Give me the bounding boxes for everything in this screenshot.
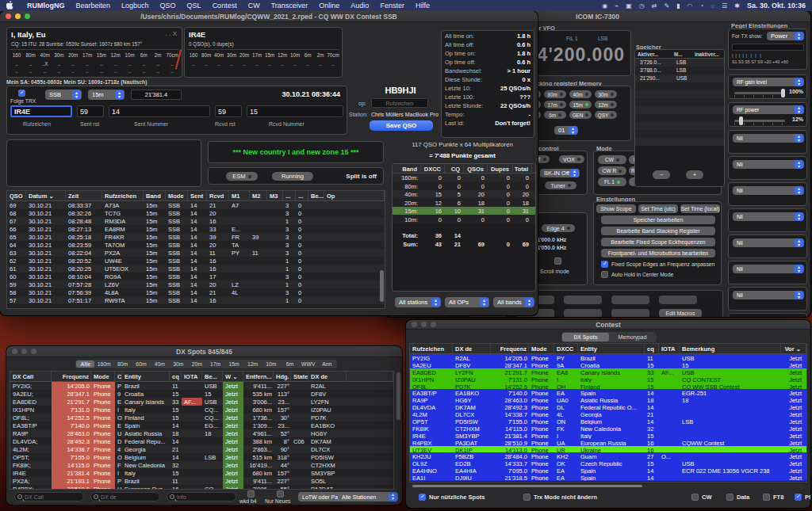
dx-tab-40m[interactable]: 40m [151,360,169,368]
qso-row[interactable]: 6630.10.2108:27:13EA8RM15mSSB1433E...30 [7,225,385,233]
contest-spot-row[interactable]: KH2JUF5BZB28'484.0PhoneKH2Guam27O...Jetz… [410,452,806,460]
qso-row[interactable]: 5830.10.2107:56:394L8A15mSSB14214L30 [7,288,385,296]
control-center-icon[interactable]: ☰ [722,2,727,10]
contest-spot-row[interactable]: EA4HNOEA4HIA7'095.0PhoneEASpain14ECR 022… [410,467,806,474]
checkbox-nur-n-tzliche-spots[interactable] [419,494,426,501]
link-icon[interactable]: ⌁ [615,2,619,10]
column-header[interactable]: Be... [202,372,223,381]
contest-tab-dx-spots[interactable]: DX Spots [562,333,609,341]
contest-spot-row[interactable]: EA8DEDLY2FN21'291.7PhoneEA8Canary Island… [410,368,806,376]
contest-spot-row[interactable]: FK8IKCT2HXM14'115.0PhoneFKNew Caledonia3… [410,425,806,432]
column-header[interactable]: Hdg. [274,372,291,381]
qso-row[interactable]: 6530.10.2108:25:18FR4KR15mSSB1439FR3930 [7,233,385,241]
clock-icon[interactable]: ◷ [639,2,645,10]
band-button-gen[interactable]: GEN [569,111,592,119]
network-off-icon[interactable]: ⇄ [652,2,657,10]
column-header[interactable]: QSO [7,191,26,200]
station-filter-dropdown[interactable]: All stations▴▾ [395,297,441,307]
station-scope-dropdown[interactable]: Alle Stationen▴▾ [338,492,398,501]
speicher-remove-button[interactable]: − [653,170,670,179]
dx-spot-row[interactable]: OP5T;7'155.0PhoneOBelgium14LSBJetzt515 k… [10,453,393,461]
speicher-row[interactable] [635,82,724,90]
minimize-button[interactable] [21,349,27,354]
column-header[interactable]: Rufzeichen [102,191,144,200]
contest-spot-row[interactable]: UT3EVDK1IP14'113.0PhoneURUkraine16Jetzt [410,446,806,453]
table-row[interactable]: 10m:00000 [393,215,535,223]
dx-spot-row[interactable]: FK8IK;14'115.0PhoneFNew Caledonia32Jetzt… [10,461,393,469]
pencil-icon[interactable]: ✎ [664,2,669,10]
close-button[interactable] [12,349,17,354]
minimize-button[interactable] [15,13,21,19]
qso-row[interactable]: 5730.10.2107:51:17RW9TA15mSSB141610 [7,296,385,304]
band-button-qsy[interactable]: QSY [595,111,617,119]
column-header[interactable]: Rufzeichen [410,344,453,353]
frequency-field[interactable]: 21'381.4 [131,90,182,100]
menu-fenster[interactable]: Fenster [374,2,410,10]
sent-rst-input[interactable]: 59 [77,105,104,117]
wkd-b4-checkbox[interactable] [247,490,255,498]
qso-row[interactable]: 6730.10.2108:28:48RM3DA15mSSB141610 [7,217,385,225]
checkbox-phone[interactable] [795,494,802,501]
timemachine-icon[interactable]: ◔ [699,2,703,10]
speicher-row[interactable] [635,90,724,98]
menu-hilfe[interactable]: Hilfe [410,2,435,10]
close-button[interactable] [6,13,11,19]
contest-hscrollbar-track[interactable] [411,484,804,488]
scroll-mode-checkbox[interactable] [554,257,561,265]
checkbox-cw[interactable] [691,494,699,501]
dx-spot-row[interactable]: RA9P28'463.0PhoneUAsiatic Russia1818Jetz… [10,429,393,437]
band-button-30m[interactable]: 30m [595,90,617,98]
column-header[interactable]: DXCC [421,164,445,173]
slider-thumb[interactable] [781,89,785,97]
checkbox-data[interactable] [726,494,733,501]
dx-tab-17m[interactable]: 17m [206,360,224,368]
spotlight-icon[interactable]: ◌ [710,2,714,10]
zoom-button[interactable] [25,13,30,19]
macro-button[interactable] [659,296,697,304]
main-titlebar[interactable]: /Users/chris/Documents/RUMlog/CQWW_2021_… [0,11,538,22]
vox-button[interactable]: VOX [559,155,584,163]
op-filter-dropdown[interactable]: All OPs▴▾ [445,297,489,307]
column-header[interactable]: Entfern... [243,372,274,381]
memory-stepper[interactable]: 01 ▴▾ [554,126,578,135]
column-header[interactable] [347,372,393,381]
speicher-row[interactable]: 3'788.0...LSB [635,67,724,74]
contest-titlebar[interactable]: Contest [406,320,810,330]
nil-dropdown[interactable]: Nil▴▾ [733,265,804,273]
level-dropdown[interactable]: RF power▴▾ [733,105,804,114]
qso-row[interactable]: 6930.10.2108:33:37A73A15mSSB1421A730 [7,201,385,209]
column-header[interactable]: Inaktiver... [695,51,726,57]
settings-button[interactable]: Frontpanel- und Microbuttons bearbeiten [601,249,715,257]
traffic-lights[interactable] [6,13,30,19]
wifi-icon[interactable]: ◠ [687,2,692,10]
nil-dropdown[interactable]: Nil▴▾ [733,291,804,299]
screen-box-icon[interactable]: ▣ [626,2,632,10]
qso-row[interactable]: 6430.10.2108:23:59TA7OM15mSSB1420TA30 [7,241,385,249]
dx-call-search[interactable]: DX Call [14,492,84,501]
menu-audio[interactable]: Audio [345,2,374,10]
app-sphere-icon[interactable]: ◉ [602,2,607,10]
macro-button[interactable] [564,309,602,317]
table-row[interactable]: 80m:00000 [393,181,535,190]
column-header[interactable]: Mode [91,372,115,381]
band-dropdown[interactable]: 15m▴▾ [88,90,124,100]
level-dropdown[interactable]: RF gain level▴▾ [733,78,804,86]
tuner-button[interactable]: Tuner [545,181,576,189]
column-header[interactable]: C [115,372,122,381]
dx-tab-12m[interactable]: 12m [243,360,262,368]
running-button[interactable]: Running [272,172,313,181]
contest-spot-row[interactable]: PY2IGR2AL14'205.0PhonePYBrazil11USBJetzt [410,354,806,361]
checkbox-trx-mode-nicht-ndern[interactable] [523,494,530,501]
column-header[interactable]: Aktiver... [638,51,674,57]
speicher-row[interactable] [635,122,724,130]
nur-neues-checkbox[interactable] [277,490,284,498]
column-header[interactable]: Bemerkung [680,344,781,353]
menu-rumlogng[interactable]: RUMlogNG [21,2,71,10]
column-header[interactable]: DX de [453,344,491,353]
column-header[interactable]: cq [645,344,659,353]
dx-spot-row[interactable]: EA3BT/P7'140.0PhoneESpain14EG...Jetzt1'3… [10,421,393,429]
rcvd-rst-input[interactable]: 59 [215,105,242,117]
table-row[interactable]: 40m:15520020 [393,190,535,199]
column-header[interactable]: Dupes [488,164,513,173]
column-header[interactable]: W ⌄ [223,372,243,381]
